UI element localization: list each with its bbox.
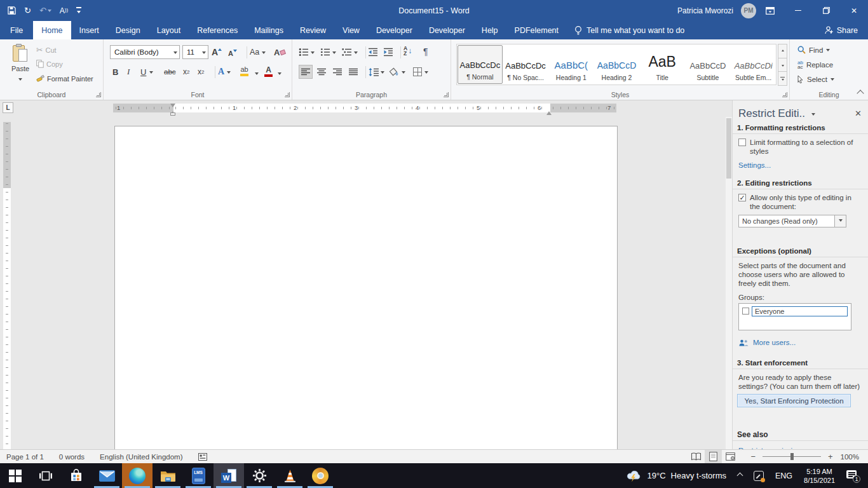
read-mode-button[interactable]	[688, 450, 705, 463]
style-no-spacing[interactable]: AaBbCcDc¶ No Spac...	[503, 45, 548, 84]
shading-button[interactable]	[389, 65, 405, 79]
horizontal-ruler[interactable]: 1 1 2 3 4 5 6 7	[113, 104, 616, 112]
clock-tray[interactable]: 5:19 AM 8/15/2021	[798, 467, 841, 485]
font-name-combo[interactable]: Calibri (Body)	[110, 45, 180, 59]
zoom-level[interactable]: 100%	[836, 453, 868, 461]
align-right-button[interactable]	[330, 65, 344, 79]
bullets-button[interactable]	[299, 45, 315, 59]
dropdown-arrow-icon[interactable]	[834, 215, 846, 227]
align-left-button[interactable]	[299, 65, 313, 79]
format-painter-button[interactable]: Format Painter	[36, 74, 93, 83]
tab-mailings[interactable]: Mailings	[246, 21, 292, 39]
decrease-indent-button[interactable]	[368, 45, 378, 59]
superscript-button[interactable]: x2	[198, 65, 204, 79]
vlc-app-button[interactable]	[275, 463, 305, 488]
document-scrollbar[interactable]	[726, 117, 732, 449]
chromium-browser-button[interactable]	[305, 463, 336, 488]
microsoft-store-button[interactable]	[61, 463, 92, 488]
align-center-button[interactable]	[315, 65, 329, 79]
tab-pdfelement[interactable]: PDFelement	[506, 21, 567, 39]
tab-developer-2[interactable]: Developer	[421, 21, 473, 39]
style-subtitle[interactable]: AaBbCcDSubtitle	[686, 45, 731, 84]
styles-dialog-launcher[interactable]	[782, 92, 787, 97]
underline-button[interactable]: U	[140, 65, 153, 79]
read-aloud-icon[interactable]: A))	[60, 7, 68, 15]
styles-gallery-more-icon[interactable]	[778, 71, 787, 86]
borders-button[interactable]	[413, 65, 428, 79]
left-indent-marker[interactable]	[170, 112, 175, 116]
editing-type-dropdown[interactable]: No changes (Read only)	[738, 215, 846, 227]
restore-button[interactable]	[812, 0, 840, 21]
bold-button[interactable]: B	[112, 65, 118, 79]
cut-button[interactable]: ✂ Cut	[36, 45, 57, 55]
print-layout-button[interactable]	[705, 450, 722, 463]
highlight-color-button[interactable]: ab	[240, 64, 248, 78]
web-layout-button[interactable]	[722, 450, 739, 463]
zoom-out-button[interactable]: −	[748, 452, 758, 461]
language-indicator[interactable]: English (United Kingdom)	[92, 453, 190, 461]
share-button[interactable]: Share	[815, 21, 868, 39]
select-button[interactable]: Select	[797, 75, 834, 83]
style-subtle-emphasis[interactable]: AaBbCcDiSubtle Em...	[731, 45, 776, 84]
more-users-link[interactable]: More users...	[753, 338, 796, 347]
avatar[interactable]: PM	[741, 3, 756, 18]
undo-caret-icon[interactable]	[48, 10, 51, 14]
styles-scroll-down-icon[interactable]	[778, 58, 787, 72]
mail-app-button[interactable]	[92, 463, 122, 488]
numbering-button[interactable]	[320, 45, 336, 59]
language-tray[interactable]: ENG	[770, 463, 798, 488]
lms-app-button[interactable]: LMS	[183, 463, 214, 488]
tab-selector[interactable]: L	[3, 102, 13, 113]
paragraph-dialog-launcher[interactable]	[444, 92, 449, 97]
minimize-button[interactable]	[784, 0, 812, 21]
tab-design[interactable]: Design	[107, 21, 149, 39]
word-app-button[interactable]: W	[214, 463, 244, 488]
tray-app-button[interactable]	[748, 463, 770, 488]
tab-home[interactable]: Home	[33, 21, 71, 39]
customize-qat-icon[interactable]	[76, 7, 81, 14]
style-heading-1[interactable]: AaBbC(Heading 1	[548, 45, 593, 84]
signed-in-user[interactable]: Patricia Mworozi	[670, 6, 741, 15]
clipboard-dialog-launcher[interactable]	[96, 92, 101, 97]
tell-me-box[interactable]: Tell me what you want to do	[567, 21, 692, 39]
everyone-checkbox[interactable]	[742, 308, 749, 315]
document-page[interactable]	[114, 126, 618, 449]
limit-formatting-checkbox[interactable]	[738, 139, 746, 146]
line-spacing-button[interactable]	[369, 65, 384, 79]
style-normal[interactable]: AaBbCcDc¶ Normal	[458, 45, 503, 84]
edge-browser-button[interactable]	[122, 463, 153, 488]
multilevel-list-button[interactable]	[342, 45, 358, 59]
text-effects-button[interactable]: A	[218, 65, 231, 79]
strikethrough-button[interactable]: abc	[164, 65, 176, 79]
copy-button[interactable]: Copy	[36, 60, 63, 68]
style-title[interactable]: AaBTitle	[640, 45, 685, 84]
increase-indent-button[interactable]	[383, 45, 393, 59]
settings-app-button[interactable]	[244, 463, 275, 488]
font-dialog-launcher[interactable]	[285, 92, 290, 97]
zoom-in-button[interactable]: +	[825, 452, 836, 461]
sort-button[interactable]: AZ ↓	[403, 44, 412, 58]
justify-button[interactable]	[346, 65, 360, 79]
allow-editing-checkbox[interactable]: ✓	[738, 194, 746, 201]
start-enforcing-button[interactable]: Yes, Start Enforcing Protection	[737, 394, 851, 407]
page-indicator[interactable]: Page 1 of 1	[0, 453, 51, 461]
italic-button[interactable]: I	[127, 65, 130, 79]
grow-font-button[interactable]: A	[212, 45, 222, 59]
undo-icon[interactable]: ↶	[39, 6, 46, 15]
pane-close-icon[interactable]: ✕	[855, 109, 862, 118]
macro-record-button[interactable]	[191, 453, 215, 461]
find-button[interactable]: Find	[797, 46, 830, 54]
tab-insert[interactable]: Insert	[71, 21, 107, 39]
ribbon-display-options-icon[interactable]	[756, 0, 784, 21]
file-explorer-button[interactable]	[153, 463, 183, 488]
more-users-row[interactable]: More users...	[739, 338, 868, 347]
zoom-slider-handle[interactable]	[790, 453, 794, 460]
font-color-button[interactable]: A	[264, 64, 273, 78]
font-color-caret-icon[interactable]	[278, 72, 281, 77]
styles-scroll-up-icon[interactable]	[778, 44, 787, 58]
repeat-icon[interactable]: ↻	[24, 6, 31, 15]
pane-menu-caret-icon[interactable]	[811, 113, 815, 118]
font-size-combo[interactable]: 11	[182, 45, 208, 59]
replace-button[interactable]: abac Replace	[797, 60, 833, 69]
highlight-caret-icon[interactable]	[255, 72, 259, 77]
